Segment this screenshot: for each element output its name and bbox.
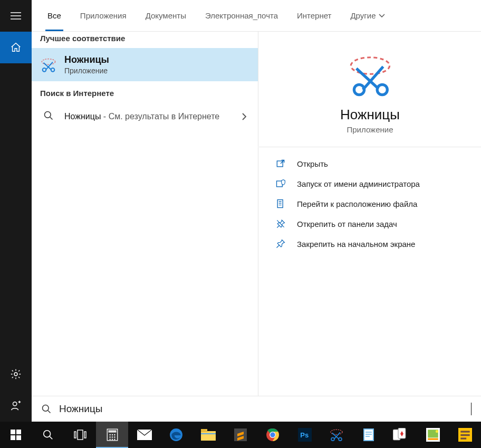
search-results: Лучшее соответствие Ножницы Приложение П…: [32, 32, 481, 396]
snipping-tool-icon: [40, 56, 57, 73]
chevron-down-icon: [379, 14, 385, 18]
taskbar-app-notepad[interactable]: [353, 422, 385, 448]
svg-rect-16: [16, 435, 21, 440]
action-pin-start[interactable]: Закрепить на начальном экране: [275, 238, 465, 250]
action-run-admin[interactable]: Запуск от имени администратора: [275, 178, 465, 189]
web-result-term: Ножницы: [64, 112, 101, 121]
start-button[interactable]: [0, 422, 32, 448]
preview-title: Ножницы: [340, 107, 400, 123]
svg-point-29: [109, 439, 110, 440]
svg-rect-22: [108, 430, 116, 432]
svg-point-45: [339, 437, 342, 441]
open-icon: [275, 158, 286, 169]
svg-point-8: [377, 84, 387, 94]
taskbar-app-explorer[interactable]: [193, 422, 225, 448]
results-list: Лучшее соответствие Ножницы Приложение П…: [32, 32, 258, 396]
svg-point-6: [351, 58, 390, 74]
action-unpin-taskbar[interactable]: Открепить от панели задач: [275, 218, 465, 230]
taskbar-app-mail[interactable]: [128, 422, 160, 448]
tab-apps[interactable]: Приложения: [71, 0, 136, 31]
svg-point-12: [43, 405, 49, 412]
preview-pane: Ножницы Приложение Открыть Запуск от име…: [258, 32, 481, 396]
svg-point-26: [109, 436, 110, 437]
search-box[interactable]: Ножницы: [32, 396, 481, 422]
search-icon: [40, 108, 57, 125]
best-match-subtitle: Приложение: [64, 66, 109, 75]
account-button[interactable]: [0, 390, 32, 422]
web-result-suffix: - См. результаты в Интернете: [101, 112, 219, 121]
svg-rect-52: [428, 439, 438, 440]
svg-point-5: [45, 112, 51, 118]
filter-tabs: Все Приложения Документы Электронная_поч…: [32, 0, 481, 32]
taskbar-app-generic-1[interactable]: [417, 422, 449, 448]
chevron-right-icon: [238, 112, 250, 121]
action-label: Открыть: [297, 159, 328, 168]
tab-all[interactable]: Все: [38, 0, 71, 31]
tab-email[interactable]: Электронная_почта: [196, 0, 287, 31]
taskbar-search-button[interactable]: [32, 422, 64, 448]
svg-point-40: [270, 432, 275, 437]
svg-point-30: [112, 439, 113, 440]
section-web: Поиск в Интернете: [32, 81, 258, 103]
tab-web[interactable]: Интернет: [287, 0, 341, 31]
svg-point-3: [43, 68, 46, 72]
action-list: Открыть Запуск от имени администратора П…: [259, 147, 481, 260]
svg-rect-55: [460, 431, 469, 432]
svg-point-1: [13, 402, 17, 406]
svg-rect-56: [460, 434, 469, 436]
snipping-tool-icon: [348, 53, 392, 97]
search-icon: [41, 404, 52, 414]
taskbar: Ps: [0, 422, 481, 448]
svg-point-23: [109, 434, 110, 435]
action-label: Открепить от панели задач: [297, 220, 397, 228]
section-best-match: Лучшее соответствие: [32, 32, 258, 48]
taskbar-app-snipping-tool[interactable]: [321, 422, 353, 448]
svg-text:Ps: Ps: [300, 431, 309, 439]
svg-rect-15: [11, 435, 15, 440]
svg-point-0: [14, 373, 17, 376]
taskbar-app-chrome[interactable]: [256, 422, 288, 448]
svg-point-25: [114, 434, 115, 435]
hamburger-button[interactable]: [0, 0, 32, 32]
tab-more[interactable]: Другие: [341, 0, 395, 31]
settings-button[interactable]: [0, 358, 32, 390]
text-caret: [471, 403, 472, 415]
preview-subtitle: Приложение: [347, 125, 393, 134]
svg-point-4: [51, 68, 55, 72]
svg-point-7: [354, 84, 364, 94]
tab-documents[interactable]: Документы: [136, 0, 196, 31]
action-label: Запуск от имени администратора: [297, 179, 420, 188]
svg-rect-14: [16, 430, 21, 434]
nav-rail: [0, 0, 32, 422]
search-input[interactable]: Ножницы: [59, 403, 470, 415]
svg-rect-11: [277, 200, 283, 208]
folder-icon: [275, 198, 286, 209]
svg-point-44: [331, 437, 334, 441]
best-match-item[interactable]: Ножницы Приложение: [32, 48, 258, 81]
svg-point-24: [112, 434, 113, 435]
taskbar-app-edge[interactable]: [160, 422, 193, 448]
svg-rect-13: [11, 430, 15, 434]
task-view-button[interactable]: [64, 422, 97, 448]
taskbar-app-generic-2[interactable]: [449, 422, 481, 448]
home-button[interactable]: [0, 32, 32, 63]
svg-point-31: [114, 439, 115, 440]
web-result-item[interactable]: Ножницы - См. результаты в Интернете: [32, 103, 258, 130]
svg-point-27: [112, 436, 113, 437]
taskbar-app-calculator[interactable]: [96, 422, 128, 448]
divider: [258, 32, 258, 396]
web-result-text: Ножницы - См. результаты в Интернете: [64, 111, 231, 122]
svg-point-17: [44, 431, 51, 437]
svg-rect-47: [364, 430, 373, 440]
svg-rect-35: [201, 429, 207, 432]
taskbar-app-solitaire[interactable]: [385, 422, 417, 448]
action-label: Закрепить на начальном экране: [297, 240, 415, 249]
action-file-location[interactable]: Перейти к расположению файла: [275, 198, 465, 209]
taskbar-app-photoshop[interactable]: Ps: [288, 422, 321, 448]
svg-point-28: [114, 436, 115, 437]
svg-rect-18: [74, 432, 76, 438]
taskbar-app-sublime[interactable]: [225, 422, 257, 448]
action-open[interactable]: Открыть: [275, 158, 465, 169]
best-match-title: Ножницы: [64, 54, 109, 65]
svg-point-53: [436, 430, 438, 433]
